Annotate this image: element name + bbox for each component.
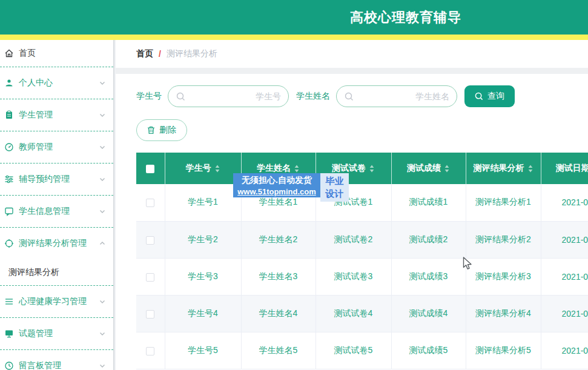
sidebar-section: 学生管理 [0, 99, 113, 131]
search-form: 学生号 学生姓名 查询 [136, 85, 588, 107]
chevron-down-icon [99, 176, 106, 183]
sort-caret-icon[interactable] [214, 164, 220, 173]
list-icon [4, 297, 14, 306]
sidebar-item-assessment-analysis-mgmt[interactable]: 测评结果分析管理 [0, 228, 113, 259]
sidebar-item-label: 学生管理 [19, 110, 99, 121]
sidebar-item-personal-center[interactable]: 个人中心 [0, 67, 113, 99]
chevron-down-icon [99, 111, 106, 119]
main-area: 首页 / 测评结果分析 学生号 学生姓名 [116, 40, 588, 370]
row-checkbox[interactable] [146, 236, 154, 245]
table-cell: 2021-03 [541, 221, 588, 258]
watermark-line1: 无须担心.自动发货 [233, 174, 320, 186]
student-name-input[interactable] [356, 87, 449, 106]
delete-button-label: 删除 [159, 125, 176, 136]
table-cell: 测试成绩2 [391, 221, 466, 258]
sidebar-section: 心理健康学习管理 [0, 286, 113, 318]
table-row: 学生号4学生姓名4测试试卷4测试成绩4测评结果分析42021-03 [136, 295, 588, 332]
sort-caret-icon[interactable] [527, 164, 533, 173]
breadcrumb: 首页 / 测评结果分析 [116, 40, 588, 68]
results-table-wrap: 学生号学生姓名测试试卷测试成绩测评结果分析测试日期 学生号1学生姓名1测试试卷1… [136, 153, 588, 369]
sidebar-subitem-assessment-analysis[interactable]: 测评结果分析 [0, 259, 113, 285]
table-cell: 学生姓名2 [241, 221, 315, 258]
sort-caret-icon[interactable] [294, 164, 300, 173]
table-row: 学生号1学生姓名1测试试卷1测试成绩1测评结果分析12021-03 [136, 184, 588, 221]
column-header-label: 测评结果分析 [474, 163, 524, 174]
sidebar-item-label: 试题管理 [19, 328, 99, 339]
sidebar-item-label: 辅导预约管理 [19, 174, 99, 185]
table-cell: 学生姓名4 [241, 295, 315, 332]
row-select-cell [136, 184, 165, 221]
content-panel: 学生号 学生姓名 查询 [116, 74, 588, 370]
content-divider [116, 68, 588, 74]
column-header-label: 测试日期 [556, 163, 588, 174]
column-header[interactable]: 测试日期 [541, 153, 588, 184]
student-no-input[interactable] [188, 87, 281, 106]
monitor-icon [4, 329, 14, 339]
row-select-cell [136, 295, 165, 332]
table-cell: 测试成绩1 [391, 184, 466, 221]
sidebar-section: 测评结果分析管理测评结果分析 [0, 228, 113, 286]
sidebar-item-mental-health-learning-mgmt[interactable]: 心理健康学习管理 [0, 286, 113, 317]
chevron-down-icon [99, 362, 106, 369]
table-cell: 学生号2 [165, 221, 241, 258]
table-cell: 测评结果分析2 [466, 221, 541, 258]
table-cell: 2021-03 [541, 184, 588, 221]
sidebar-item-student-mgmt[interactable]: 学生管理 [0, 99, 113, 131]
search-icon [475, 92, 483, 101]
sidebar-item-counseling-appointment-mgmt[interactable]: 辅导预约管理 [0, 164, 113, 195]
table-row: 学生号3学生姓名3测试试卷3测试成绩3测评结果分析32021-03 [136, 258, 588, 295]
table-row: 学生号5学生姓名5测试试卷5测试成绩5测评结果分析52021-03 [136, 332, 588, 369]
table-cell: 2021-03 [541, 258, 588, 295]
watermark-side-line1: 毕业 [320, 174, 349, 187]
app-title: 高校心理教育辅导 [350, 8, 461, 27]
row-checkbox[interactable] [146, 199, 154, 207]
column-header[interactable]: 测评结果分析 [466, 153, 541, 184]
breadcrumb-home-link[interactable]: 首页 [136, 48, 153, 59]
chevron-down-icon [99, 298, 106, 305]
row-checkbox[interactable] [146, 347, 154, 355]
table-row: 学生号2学生姓名2测试试卷2测试成绩2测评结果分析22021-03 [136, 221, 588, 258]
table-header-row: 学生号学生姓名测试试卷测试成绩测评结果分析测试日期 [136, 153, 588, 184]
sidebar-item-message-board-mgmt[interactable]: 留言板管理 [0, 350, 113, 370]
chevron-down-icon [99, 79, 106, 87]
table-cell: 测试成绩3 [391, 258, 466, 295]
table-cell: 测评结果分析3 [466, 258, 541, 295]
row-checkbox[interactable] [146, 273, 154, 282]
table-cell: 测试试卷4 [315, 295, 391, 332]
table-cell: 学生姓名3 [241, 258, 315, 295]
breadcrumb-current: 测评结果分析 [167, 48, 217, 59]
chevron-down-icon [99, 208, 106, 215]
sidebar-item-question-mgmt[interactable]: 试题管理 [0, 318, 113, 349]
sidebar-section: 教师管理 [0, 131, 113, 164]
student-name-label: 学生姓名 [296, 91, 330, 102]
sidebar-item-label: 测评结果分析管理 [19, 238, 99, 249]
row-select-cell [136, 258, 165, 295]
row-checkbox[interactable] [146, 310, 154, 319]
sidebar-item-teacher-mgmt[interactable]: 教师管理 [0, 131, 113, 163]
table-cell: 学生号1 [165, 184, 241, 221]
sidebar-item-label: 心理健康学习管理 [19, 296, 99, 307]
clock-icon [4, 361, 14, 370]
chevron-up-icon [99, 240, 106, 247]
student-name-input-wrap [336, 85, 457, 107]
query-button[interactable]: 查询 [464, 85, 515, 107]
sort-caret-icon[interactable] [444, 164, 450, 173]
search-icon [176, 92, 185, 103]
sidebar-item-student-info-mgmt[interactable]: 学生信息管理 [0, 196, 113, 227]
sort-caret-icon[interactable] [369, 164, 375, 173]
row-select-cell [136, 332, 165, 369]
table-cell: 2021-03 [541, 332, 588, 369]
select-all-checkbox[interactable] [146, 165, 154, 173]
table-cell: 学生姓名5 [241, 332, 315, 369]
gauge-icon [4, 142, 14, 152]
app-header: 高校心理教育辅导 [0, 0, 588, 35]
chevron-down-icon [99, 330, 106, 337]
delete-button[interactable]: 删除 [136, 119, 187, 141]
column-header[interactable]: 测试成绩 [391, 153, 466, 184]
column-header[interactable]: 学生号 [165, 153, 241, 184]
watermark-banner: 无须担心.自动发货 www.51topmind.com [233, 173, 320, 197]
sliders-icon [4, 174, 14, 184]
table-cell: 2021-03 [541, 295, 588, 332]
sidebar-item-home[interactable]: 首页 [0, 40, 113, 67]
table-cell: 测试成绩5 [391, 332, 466, 369]
